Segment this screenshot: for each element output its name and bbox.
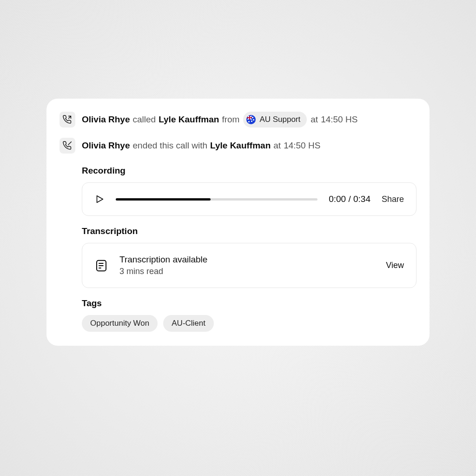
event-call-started: Olivia Rhye called Lyle Kauffman from AU… <box>60 112 416 127</box>
event-call-started-text: Olivia Rhye called Lyle Kauffman from AU… <box>82 112 357 127</box>
outgoing-call-icon <box>60 112 75 127</box>
view-button[interactable]: View <box>386 261 404 270</box>
au-flag-icon <box>246 115 256 124</box>
document-icon <box>94 259 108 273</box>
audio-progress-fill <box>116 198 211 201</box>
transcription-title: Transcription <box>82 226 416 236</box>
tags-section: Tags Opportunity Won AU-Client <box>82 298 416 332</box>
event-call-ended-text: Olivia Rhye ended this call with Lyle Ka… <box>82 140 320 152</box>
duration: 0:34 <box>353 194 370 204</box>
call-start-time: 14:50 HS <box>321 114 357 126</box>
audio-progress-track[interactable] <box>116 198 317 201</box>
ended-actor: Olivia Rhye <box>82 140 130 152</box>
event-call-ended: Olivia Rhye ended this call with Lyle Ka… <box>60 138 416 154</box>
time-separator: / <box>348 194 350 204</box>
svg-line-0 <box>68 142 72 145</box>
share-button[interactable]: Share <box>382 194 404 204</box>
ended-verb: ended this call with <box>133 140 208 152</box>
transcription-status: Transcription available <box>119 255 207 265</box>
call-activity-card: Olivia Rhye called Lyle Kauffman from AU… <box>46 99 430 346</box>
transcription-info: Transcription available 3 mins read <box>94 255 375 276</box>
from-word: from <box>222 114 239 126</box>
tags-title: Tags <box>82 298 416 308</box>
tags-list: Opportunity Won AU-Client <box>82 315 416 332</box>
recording-title: Recording <box>82 166 416 176</box>
ended-at-word: at <box>273 140 281 152</box>
transcription-panel: Transcription available 3 mins read View <box>82 243 416 288</box>
called-verb: called <box>133 114 156 126</box>
svg-marker-1 <box>97 196 103 203</box>
call-source-label: AU Support <box>259 114 300 125</box>
tag-item[interactable]: Opportunity Won <box>82 315 158 332</box>
caller-name: Olivia Rhye <box>82 114 130 126</box>
recording-panel: 0:00 / 0:34 Share <box>82 182 416 216</box>
at-word: at <box>311 114 318 126</box>
ended-callee: Lyle Kauffman <box>210 140 271 152</box>
play-button[interactable] <box>94 194 105 204</box>
call-source-pill[interactable]: AU Support <box>243 112 307 127</box>
tag-item[interactable]: AU-Client <box>163 315 214 332</box>
transcription-text: Transcription available 3 mins read <box>119 255 207 276</box>
end-call-icon <box>60 138 75 154</box>
callee-name: Lyle Kauffman <box>159 114 219 126</box>
current-time: 0:00 <box>329 194 346 204</box>
transcription-read-time: 3 mins read <box>119 267 207 276</box>
transcription-section: Transcription Transcription available 3 … <box>82 226 416 288</box>
recording-section: Recording 0:00 / 0:34 Share <box>82 166 416 216</box>
call-end-time: 14:50 HS <box>284 140 320 152</box>
audio-time: 0:00 / 0:34 <box>329 194 370 204</box>
